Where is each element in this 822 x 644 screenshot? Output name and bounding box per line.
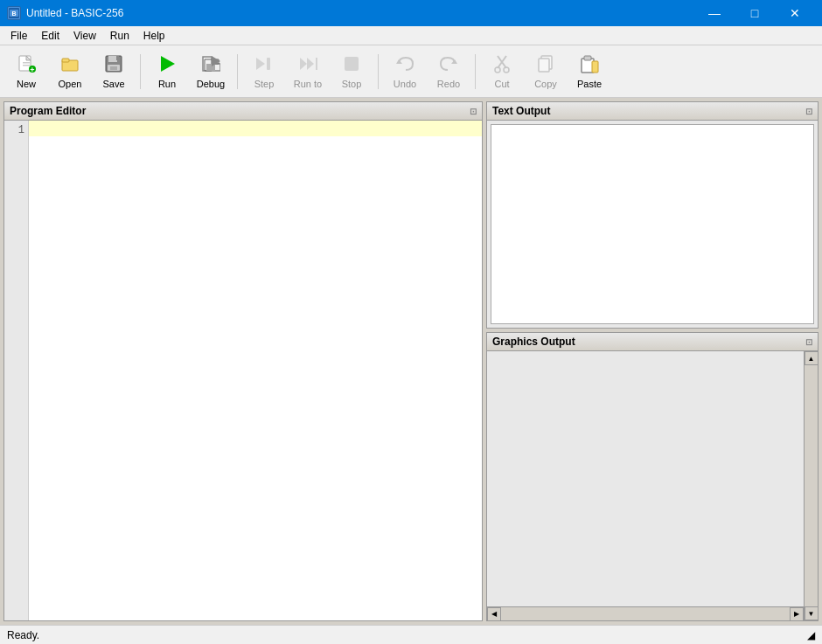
graphics-output-resize-icon[interactable]: ⊡	[805, 337, 812, 347]
text-output-resize-icon[interactable]: ⊡	[805, 107, 812, 116]
status-text: Ready.	[7, 629, 39, 641]
menu-bar: FileEditViewRunHelp	[0, 26, 822, 45]
title-text: Untitled - BASIC-256	[26, 7, 123, 19]
run-label: Run	[158, 79, 176, 89]
toolbar-btn-copy: Copy	[525, 49, 567, 94]
toolbar-btn-open[interactable]: Open	[49, 49, 91, 94]
toolbar-btn-paste[interactable]: Paste	[568, 49, 610, 94]
toolbar-btn-save[interactable]: Save	[93, 49, 135, 94]
svg-rect-6	[23, 65, 30, 66]
graphics-output-body: ▲ ▼ ◀ ▶	[487, 351, 818, 620]
scroll-right-arrow[interactable]: ▶	[790, 607, 804, 621]
minimize-button[interactable]: —	[694, 0, 735, 26]
resize-grip-icon[interactable]: ◢	[807, 629, 815, 641]
step-label: Step	[254, 79, 275, 89]
redo-label: Redo	[437, 79, 460, 89]
toolbar-btn-run[interactable]: Run	[146, 49, 188, 94]
text-output-body	[491, 124, 814, 324]
undo-label: Undo	[394, 79, 416, 89]
menu-item-run[interactable]: Run	[103, 28, 136, 44]
redo-icon	[439, 54, 458, 77]
toolbar: +NewOpenSaveRunDebugStepRun toStopUndoRe…	[0, 45, 822, 98]
menu-item-file[interactable]: File	[3, 28, 34, 44]
svg-rect-36	[584, 56, 591, 60]
editor-title: Program Editor	[10, 105, 86, 117]
code-line-1[interactable]	[29, 121, 482, 136]
title-controls: — □ ✕	[694, 0, 815, 26]
svg-marker-16	[161, 56, 175, 72]
svg-rect-37	[592, 61, 598, 73]
toolbar-btn-cut: Cut	[481, 49, 523, 94]
toolbar-btn-stop: Stop	[331, 49, 373, 94]
right-panels: Text Output ⊡ Graphics Output ⊡ ▲ ▼	[486, 101, 819, 621]
copy-icon	[536, 54, 555, 77]
close-button[interactable]: ✕	[775, 0, 815, 26]
svg-rect-12	[108, 56, 117, 62]
save-label: Save	[102, 79, 124, 89]
new-icon: +	[17, 54, 36, 77]
editor-resize-icon[interactable]: ⊡	[470, 107, 477, 116]
debug-label: Debug	[197, 79, 225, 89]
editor-content[interactable]	[29, 121, 482, 620]
svg-marker-27	[396, 59, 402, 64]
toolbar-btn-debug[interactable]: Debug	[190, 49, 232, 94]
undo-icon	[395, 54, 414, 77]
toolbar-btn-undo: Undo	[384, 49, 426, 94]
graphics-output-title: Graphics Output	[492, 336, 575, 348]
text-output-header: Text Output ⊡	[487, 102, 818, 121]
editor-body: 1	[4, 121, 482, 620]
main-content: Program Editor ⊡ 1 Text Output ⊡ Graph	[0, 98, 822, 625]
scroll-left-arrow[interactable]: ◀	[487, 607, 501, 621]
scroll-up-arrow[interactable]: ▲	[805, 351, 819, 365]
h-scrollbar-track	[501, 607, 790, 620]
status-bar: Ready. ◢	[0, 625, 822, 644]
toolbar-separator-8	[378, 54, 379, 89]
line-number-1: 1	[8, 124, 24, 136]
svg-text:B: B	[11, 10, 16, 17]
copy-label: Copy	[534, 79, 557, 89]
editor-panel: Program Editor ⊡ 1	[3, 101, 483, 621]
graphics-output-header: Graphics Output ⊡	[487, 333, 818, 351]
open-label: Open	[59, 79, 82, 89]
toolbar-btn-step: Step	[243, 49, 285, 94]
toolbar-separator-10	[475, 54, 476, 89]
runto-icon	[298, 54, 317, 77]
app-icon: B	[7, 6, 21, 20]
svg-rect-15	[110, 66, 117, 70]
toolbar-btn-runto: Run to	[287, 49, 329, 94]
debug-icon	[201, 54, 220, 77]
run-icon	[157, 54, 177, 77]
graphics-scrollbar-v[interactable]: ▲ ▼	[804, 351, 818, 620]
svg-rect-10	[62, 59, 69, 62]
new-label: New	[17, 79, 36, 89]
runto-label: Run to	[294, 79, 322, 89]
stop-icon	[342, 54, 361, 77]
stop-label: Stop	[342, 79, 362, 89]
cut-label: Cut	[494, 79, 509, 89]
svg-rect-25	[316, 58, 317, 70]
svg-rect-34	[539, 59, 549, 72]
title-bar: B Untitled - BASIC-256 — □ ✕	[0, 0, 822, 26]
svg-rect-13	[116, 56, 119, 60]
graphics-output-panel: Graphics Output ⊡ ▲ ▼ ◀ ▶	[486, 332, 819, 621]
menu-item-edit[interactable]: Edit	[34, 28, 66, 44]
cut-icon	[492, 54, 512, 77]
graphics-scrollbar-h[interactable]: ◀ ▶	[487, 606, 804, 620]
paste-label: Paste	[577, 79, 602, 89]
text-output-panel: Text Output ⊡	[486, 101, 819, 329]
svg-rect-22	[267, 58, 270, 70]
menu-item-help[interactable]: Help	[136, 28, 172, 44]
svg-text:+: +	[30, 66, 34, 73]
svg-rect-26	[345, 57, 359, 71]
toolbar-separator-5	[237, 54, 238, 89]
text-output-title: Text Output	[492, 105, 550, 117]
svg-marker-23	[300, 58, 307, 70]
svg-marker-21	[256, 58, 265, 70]
menu-item-view[interactable]: View	[66, 28, 103, 44]
paste-icon	[580, 54, 599, 77]
maximize-button[interactable]: □	[735, 0, 775, 26]
save-icon	[104, 54, 123, 77]
toolbar-btn-new[interactable]: +New	[5, 49, 47, 94]
scroll-down-arrow[interactable]: ▼	[805, 606, 819, 620]
toolbar-btn-redo: Redo	[428, 49, 470, 94]
